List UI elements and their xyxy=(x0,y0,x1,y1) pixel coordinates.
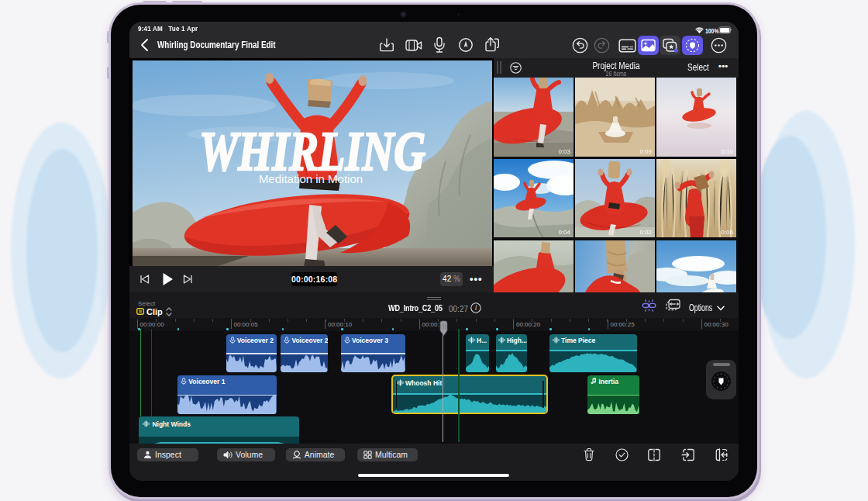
svg-text:100%: 100% xyxy=(705,26,719,35)
svg-text:Meditation in Motion: Meditation in Motion xyxy=(259,172,363,185)
svg-text:i: i xyxy=(475,304,477,312)
